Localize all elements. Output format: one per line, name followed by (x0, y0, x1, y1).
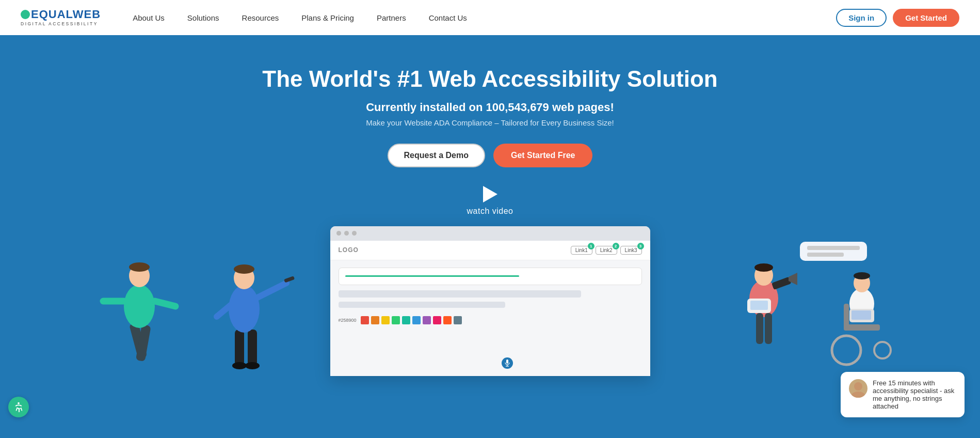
logo[interactable]: EQUALWEB DIGITAL ACCESSIBILITY (21, 9, 101, 26)
svg-rect-7 (750, 301, 768, 310)
browser-mockup-wrap: LOGO 1 Link1 2 Link2 3 Link3 (258, 226, 722, 376)
swatch-8 (433, 316, 441, 324)
mock-link-1: 1 Link1 (571, 246, 592, 255)
svg-rect-10 (756, 313, 763, 344)
mock-logo: LOGO (339, 246, 359, 254)
svg-point-5 (754, 263, 773, 272)
mock-links: 1 Link1 2 Link2 3 Link3 (571, 246, 642, 255)
swatch-3 (381, 316, 390, 324)
svg-rect-15 (844, 304, 849, 331)
mock-search-line (345, 275, 519, 277)
bubble-line-1 (807, 246, 860, 250)
swatch-2 (371, 316, 379, 324)
get-started-free-button[interactable]: Get Started Free (493, 144, 592, 167)
hero-buttons: Request a Demo Get Started Free (10, 144, 970, 167)
mock-link-3: 3 Link3 (620, 246, 642, 255)
logo-icon (21, 10, 30, 19)
svg-rect-22 (248, 330, 257, 366)
browser-dot-1 (336, 231, 341, 236)
browser-dot-3 (352, 231, 357, 236)
svg-point-33 (124, 285, 155, 328)
hero-desc: Make your Website ADA Compliance – Tailo… (10, 118, 970, 127)
svg-point-27 (234, 264, 254, 274)
browser-bar (330, 226, 650, 241)
svg-point-13 (874, 342, 891, 358)
mock-color-label: #258900 (339, 318, 357, 323)
mock-body (330, 290, 650, 308)
svg-rect-21 (235, 330, 244, 366)
watch-video-area[interactable]: watch video (10, 186, 970, 216)
hero-subtitle: Currently installed on 100,543,679 web p… (10, 101, 970, 114)
svg-point-23 (232, 362, 247, 369)
mock-link-2: 2 Link2 (596, 246, 617, 255)
watch-label: watch video (467, 207, 513, 216)
accessibility-button[interactable] (8, 397, 29, 417)
svg-point-35 (129, 262, 150, 272)
svg-point-12 (832, 336, 861, 365)
nav-item-solutions[interactable]: Solutions (176, 13, 231, 22)
signin-button[interactable]: Sign in (836, 9, 887, 27)
nav-item-about[interactable]: About Us (121, 13, 176, 22)
person-walking (98, 226, 191, 376)
getstarted-nav-button[interactable]: Get Started (893, 9, 959, 27)
svg-rect-8 (772, 276, 792, 289)
mock-search-bar (339, 268, 642, 285)
svg-point-25 (229, 285, 260, 333)
nav-item-pricing[interactable]: Plans & Pricing (290, 13, 365, 22)
svg-rect-11 (765, 313, 772, 344)
svg-point-24 (245, 362, 260, 369)
mock-badge-3: 3 (637, 243, 644, 249)
nav-item-partners[interactable]: Partners (365, 13, 417, 22)
swatch-4 (392, 316, 400, 324)
nav-links: About Us Solutions Resources Plans & Pri… (121, 13, 836, 22)
person-wheelchair (815, 242, 908, 376)
mock-placeholder-2 (339, 302, 505, 308)
nav-item-contact[interactable]: Contact Us (417, 13, 478, 22)
chat-avatar (849, 379, 867, 398)
chat-text: Free 15 minutes with accessibility speci… (873, 379, 956, 410)
speech-bubble (800, 242, 867, 261)
swatch-5 (402, 316, 410, 324)
swatch-7 (423, 316, 431, 324)
mic-icon (502, 357, 513, 369)
svg-rect-0 (506, 359, 508, 364)
nav-actions: Sign in Get Started (836, 9, 959, 27)
svg-point-39 (852, 392, 865, 398)
nav-item-resources[interactable]: Resources (231, 13, 291, 22)
person-pointing (196, 226, 299, 376)
svg-point-38 (854, 382, 862, 390)
swatch-10 (454, 316, 462, 324)
navbar: EQUALWEB DIGITAL ACCESSIBILITY About Us … (0, 0, 980, 35)
chat-widget[interactable]: Free 15 minutes with accessibility speci… (841, 372, 965, 417)
svg-rect-14 (844, 324, 880, 331)
browser-dot-2 (344, 231, 349, 236)
mock-mic-area (502, 357, 513, 369)
hero-title: The World's #1 Web Accessibility Solutio… (10, 66, 970, 92)
svg-rect-30 (284, 276, 295, 283)
svg-rect-20 (852, 310, 871, 320)
mock-nav: LOGO 1 Link1 2 Link2 3 Link3 (330, 241, 650, 260)
mock-badge-1: 1 (588, 243, 595, 249)
browser-mockup: LOGO 1 Link1 2 Link2 3 Link3 (330, 226, 650, 376)
logo-subtitle: DIGITAL ACCESSIBILITY (21, 21, 98, 26)
swatch-6 (412, 316, 421, 324)
svg-point-18 (854, 272, 870, 279)
mock-placeholder-1 (339, 290, 581, 298)
mock-badge-2: 2 (613, 243, 619, 249)
bubble-line-2 (807, 253, 844, 257)
svg-point-40 (18, 402, 20, 404)
request-demo-button[interactable]: Request a Demo (388, 144, 485, 167)
svg-line-28 (255, 283, 286, 299)
swatch-9 (443, 316, 452, 324)
swatch-1 (361, 316, 369, 324)
hero-section: The World's #1 Web Accessibility Solutio… (0, 35, 980, 438)
svg-line-37 (155, 301, 175, 306)
mock-color-bar: #258900 (330, 316, 650, 328)
play-icon (483, 186, 497, 202)
browser-content: LOGO 1 Link1 2 Link2 3 Link3 (330, 241, 650, 376)
